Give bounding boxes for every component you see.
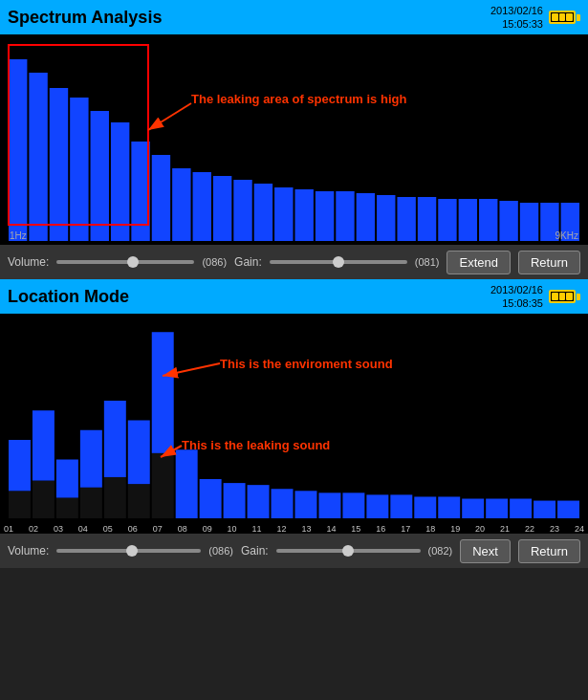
- svg-rect-25: [520, 203, 538, 241]
- svg-rect-30: [9, 491, 31, 518]
- svg-rect-55: [438, 496, 460, 518]
- x-label: 18: [425, 524, 435, 534]
- svg-rect-59: [534, 501, 555, 518]
- spectrum-section: Spectrum Analysis 2013/02/16 15:05:33 Th…: [0, 0, 588, 279]
- svg-rect-56: [462, 499, 484, 519]
- location-gain-slider-wrapper: [276, 549, 421, 553]
- location-gain-thumb[interactable]: [342, 545, 354, 557]
- spectrum-battery-icon: [549, 11, 580, 24]
- location-volume-thumb[interactable]: [126, 545, 138, 557]
- svg-rect-21: [438, 199, 456, 241]
- svg-rect-38: [104, 477, 126, 518]
- x-label: 02: [29, 524, 38, 534]
- svg-rect-49: [295, 491, 317, 518]
- spectrum-datetime: 2013/02/16 15:05:33: [490, 4, 543, 32]
- x-label: 16: [376, 524, 385, 534]
- svg-rect-50: [318, 492, 340, 518]
- svg-rect-44: [176, 449, 198, 518]
- spectrum-gain-label: Gain:: [234, 255, 262, 269]
- svg-rect-8: [172, 168, 190, 241]
- x-label: 22: [525, 524, 534, 534]
- spectrum-volume-thumb[interactable]: [127, 256, 139, 268]
- svg-rect-57: [486, 499, 508, 519]
- x-label: 10: [228, 524, 237, 534]
- svg-rect-35: [56, 460, 78, 498]
- svg-rect-6: [131, 142, 149, 241]
- spectrum-header-right: 2013/02/16 15:05:33: [490, 4, 580, 32]
- spectrum-volume-value: (086): [202, 256, 227, 268]
- svg-rect-19: [397, 197, 415, 241]
- svg-rect-11: [233, 180, 251, 241]
- spectrum-x-min: 1Hz: [10, 230, 27, 241]
- svg-rect-1: [29, 73, 47, 241]
- extend-button[interactable]: Extend: [446, 251, 510, 274]
- svg-rect-58: [510, 499, 532, 519]
- svg-rect-36: [80, 488, 102, 518]
- svg-rect-37: [80, 430, 102, 488]
- svg-rect-33: [33, 410, 54, 480]
- x-label: 05: [103, 524, 113, 534]
- x-label: 20: [475, 524, 485, 534]
- svg-rect-45: [200, 479, 222, 518]
- location-volume-label: Volume:: [8, 544, 49, 558]
- svg-rect-51: [342, 492, 364, 518]
- location-battery-body: [549, 290, 576, 303]
- svg-rect-7: [152, 155, 170, 241]
- svg-rect-40: [128, 484, 150, 518]
- location-battery-seg-3: [566, 293, 573, 300]
- location-battery-seg-2: [559, 293, 566, 300]
- location-battery-icon: [549, 290, 580, 303]
- x-label: 03: [54, 524, 63, 534]
- svg-rect-24: [499, 201, 517, 241]
- location-gain-value: (082): [428, 545, 453, 557]
- svg-rect-20: [418, 197, 436, 241]
- spectrum-return-button[interactable]: Return: [518, 251, 580, 274]
- location-header-right: 2013/02/16 15:08:35: [490, 283, 580, 311]
- svg-rect-34: [56, 497, 78, 518]
- spectrum-bars-svg: [0, 34, 588, 245]
- next-button[interactable]: Next: [460, 539, 511, 563]
- svg-rect-14: [295, 189, 314, 241]
- svg-rect-16: [336, 191, 354, 241]
- svg-rect-54: [414, 496, 436, 518]
- location-volume-slider-wrapper: [56, 549, 201, 553]
- svg-rect-22: [459, 199, 477, 241]
- location-bars-svg: [0, 314, 588, 534]
- svg-rect-9: [193, 172, 211, 241]
- battery-seg-3: [566, 13, 573, 21]
- location-gain-track[interactable]: [276, 549, 421, 553]
- x-label: 11: [252, 524, 262, 534]
- svg-rect-5: [111, 122, 129, 241]
- spectrum-volume-label: Volume:: [8, 255, 49, 269]
- spectrum-header: Spectrum Analysis 2013/02/16 15:05:33: [0, 0, 588, 34]
- svg-rect-46: [224, 483, 246, 518]
- svg-rect-3: [70, 98, 88, 241]
- x-label: 24: [575, 524, 584, 534]
- svg-rect-39: [104, 401, 126, 477]
- svg-rect-43: [152, 332, 174, 453]
- svg-rect-41: [128, 421, 150, 485]
- x-label: 08: [178, 524, 187, 534]
- spectrum-gain-value: (081): [415, 256, 440, 268]
- svg-rect-17: [357, 193, 375, 241]
- spectrum-gain-track[interactable]: [270, 260, 407, 264]
- spectrum-x-max: 9KHz: [555, 230, 578, 241]
- location-volume-value: (086): [208, 545, 233, 557]
- spectrum-volume-track[interactable]: [56, 260, 194, 264]
- svg-rect-31: [9, 440, 31, 491]
- location-battery-tip: [577, 294, 580, 300]
- svg-rect-10: [213, 176, 231, 241]
- battery-tip: [577, 14, 580, 21]
- x-label: 12: [276, 524, 286, 534]
- svg-rect-18: [377, 195, 395, 241]
- svg-rect-23: [479, 199, 497, 241]
- svg-rect-4: [91, 111, 109, 241]
- x-label: 04: [78, 524, 88, 534]
- x-label: 09: [203, 524, 212, 534]
- location-volume-track[interactable]: [56, 549, 201, 553]
- svg-rect-12: [254, 184, 272, 241]
- x-label: 07: [153, 524, 163, 534]
- location-return-button[interactable]: Return: [518, 539, 580, 563]
- spectrum-gain-thumb[interactable]: [333, 256, 344, 268]
- x-label: 15: [351, 524, 360, 534]
